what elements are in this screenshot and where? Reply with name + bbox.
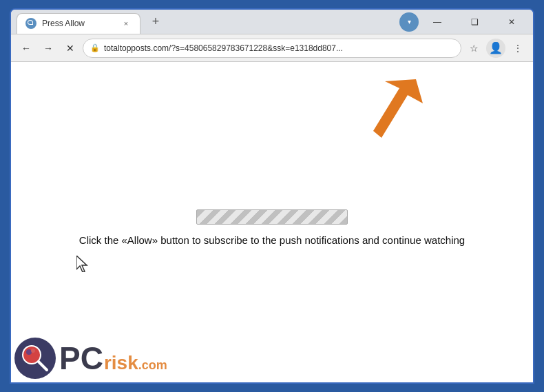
browser-tab[interactable]: Press Allow × xyxy=(17,13,140,34)
chevron-down-icon: ▾ xyxy=(408,18,411,25)
title-bar: Press Allow × + ▾ — ❑ ✕ xyxy=(11,10,533,34)
magnifier-icon xyxy=(18,341,52,375)
lock-icon: 🔒 xyxy=(90,43,100,52)
tab-close-button[interactable]: × xyxy=(121,18,132,29)
tab-dropdown-button[interactable]: ▾ xyxy=(399,12,419,32)
center-content: Click the «Allow» button to subscribe to… xyxy=(79,209,465,249)
pc-text: PC xyxy=(59,342,103,374)
address-bar[interactable]: 🔒 totaltopposts.com/?s=45806582978367122… xyxy=(83,39,461,58)
bookmark-button[interactable]: ☆ xyxy=(464,39,483,58)
svg-marker-1 xyxy=(76,256,87,272)
instruction-text: Click the «Allow» button to subscribe to… xyxy=(79,233,465,249)
new-tab-button[interactable]: + xyxy=(146,12,165,32)
risk-text: risk xyxy=(104,352,138,374)
window-controls: — ❑ ✕ xyxy=(421,12,527,32)
back-button[interactable]: ← xyxy=(17,39,36,58)
page-content: Click the «Allow» button to subscribe to… xyxy=(11,62,533,382)
pcrisk-logo xyxy=(11,334,59,382)
progress-bar xyxy=(196,209,348,225)
svg-point-3 xyxy=(26,349,32,355)
pcrisk-brand-text: PC risk .com xyxy=(59,342,167,374)
logo-circle xyxy=(14,338,56,379)
user-icon: 👤 xyxy=(489,41,503,54)
svg-point-4 xyxy=(31,349,35,353)
orange-arrow-icon xyxy=(361,76,423,145)
profile-button[interactable]: 👤 xyxy=(486,39,505,58)
dot-com-text: .com xyxy=(138,358,167,373)
browser-window: Press Allow × + ▾ — ❑ ✕ ← → ✕ 🔒 totaltop… xyxy=(10,8,534,384)
pcrisk-watermark: PC risk .com xyxy=(11,334,167,382)
tab-title: Press Allow xyxy=(42,19,115,28)
forward-button[interactable]: → xyxy=(39,39,58,58)
navigation-bar: ← → ✕ 🔒 totaltopposts.com/?s=45806582978… xyxy=(11,34,533,62)
close-button[interactable]: ✕ xyxy=(496,12,527,32)
url-text: totaltopposts.com/?s=458065829783671228&… xyxy=(104,43,454,53)
svg-line-5 xyxy=(39,362,47,370)
svg-marker-0 xyxy=(373,79,423,138)
cursor-indicator xyxy=(76,256,90,276)
maximize-button[interactable]: ❑ xyxy=(459,12,490,32)
minimize-button[interactable]: — xyxy=(421,12,453,32)
more-options-button[interactable]: ⋮ xyxy=(508,39,527,58)
arrow-container xyxy=(361,76,423,147)
mouse-cursor-icon xyxy=(76,256,90,272)
tab-favicon xyxy=(25,18,36,29)
reload-button[interactable]: ✕ xyxy=(61,39,80,58)
